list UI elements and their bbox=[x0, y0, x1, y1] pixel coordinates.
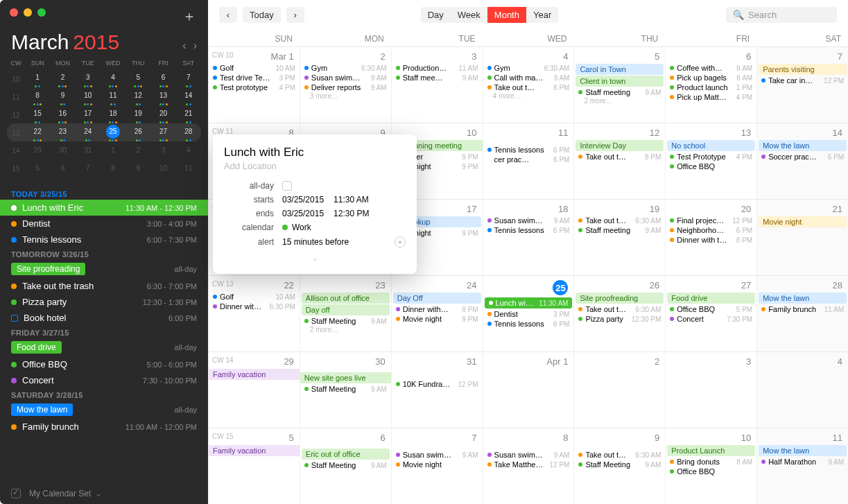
day-cell[interactable]: 23Allison out of officeDay offStaff Meet… bbox=[300, 276, 391, 351]
view-segmented: DayWeekMonthYear bbox=[421, 7, 559, 23]
agenda-item[interactable]: Family brunch11:00 AM - 12:00 PM bbox=[0, 419, 208, 435]
agenda-item[interactable]: Mow the lawnall-day bbox=[0, 401, 208, 419]
next-button[interactable]: › bbox=[286, 7, 304, 23]
window-controls bbox=[0, 0, 208, 25]
day-cell[interactable]: 2Gym6:30 AMSusan swim…9 AMDeliver report… bbox=[300, 47, 391, 123]
next-month-button[interactable]: › bbox=[193, 40, 197, 52]
sidebar-footer: My Calendar Set ⌄ bbox=[0, 483, 208, 504]
ends-label: ends bbox=[224, 209, 274, 218]
alert-label: alert bbox=[224, 237, 274, 247]
day-cell[interactable]: 20Final projec…12 PMNeighborho…6 PMDinne… bbox=[665, 200, 756, 275]
ends-date[interactable]: 03/25/2015 bbox=[282, 209, 324, 218]
agenda-item[interactable]: Lunch with Eric11:30 AM - 12:30 PM bbox=[0, 200, 208, 216]
add-event-button[interactable]: ＋ bbox=[180, 7, 198, 25]
day-cell[interactable]: 19Take out t…6:30 AMStaff meeting9 AM bbox=[573, 200, 665, 275]
agenda-item[interactable]: Food driveall-day bbox=[0, 338, 208, 356]
chevron-down-icon[interactable]: ⌄ bbox=[95, 489, 102, 498]
ends-time[interactable]: 12:30 PM bbox=[334, 209, 369, 218]
prev-month-button[interactable]: ‹ bbox=[182, 40, 186, 52]
popover-title[interactable]: Lunch with Eric bbox=[224, 146, 406, 159]
agenda-item[interactable]: Tennis lessons6:00 - 7:30 PM bbox=[0, 232, 208, 247]
day-cell[interactable]: 3Production…11 AMStaff mee…9 AM bbox=[391, 47, 483, 123]
month-grid[interactable]: CW 10Mar 1Golf10 AMTest drive Te…3 PMTes… bbox=[208, 46, 848, 504]
agenda-list[interactable]: TODAY 3/25/15Lunch with Eric11:30 AM - 1… bbox=[0, 183, 208, 483]
day-cell[interactable]: 8Susan swim…9 AMTake Matthe…12 PM bbox=[483, 428, 574, 504]
event-popover[interactable]: Lunch with Eric Add Location all-day sta… bbox=[213, 134, 417, 274]
calendar-label: calendar bbox=[224, 223, 274, 232]
month-label: March bbox=[11, 31, 69, 53]
day-cell[interactable]: 28Mow the lawnFamily brunch11 AM bbox=[756, 276, 848, 351]
alert-value[interactable]: 15 minutes before bbox=[282, 237, 349, 247]
view-month[interactable]: Month bbox=[487, 7, 526, 23]
starts-time[interactable]: 11:30 AM bbox=[334, 195, 369, 205]
popover-location[interactable]: Add Location bbox=[224, 161, 406, 171]
month-header: March2015 ‹› bbox=[0, 25, 208, 57]
calendar-color-icon bbox=[282, 225, 288, 230]
day-cell[interactable]: 2 bbox=[573, 352, 665, 428]
view-week[interactable]: Week bbox=[451, 7, 487, 23]
search-placeholder: Search bbox=[748, 10, 777, 20]
agenda-item[interactable]: Book hotel6:00 PM bbox=[0, 310, 208, 326]
add-alert-button[interactable]: + bbox=[395, 236, 406, 247]
agenda-item[interactable]: Dentist3:00 - 4:00 PM bbox=[0, 216, 208, 232]
agenda-item[interactable]: Concert7:30 - 10:00 PM bbox=[0, 372, 208, 388]
expand-icon[interactable]: ⌄ bbox=[224, 253, 406, 263]
zoom-icon[interactable] bbox=[37, 8, 46, 17]
day-cell[interactable]: 10Product LaunchBring donuts8 AMOffice B… bbox=[665, 428, 756, 504]
weekday-header: SUNMONTUEWEDTHUFRISAT bbox=[208, 30, 848, 46]
agenda-item[interactable]: Take out the trash6:30 - 7:00 PM bbox=[0, 278, 208, 294]
day-cell[interactable]: 30New site goes liveStaff Meeting9 AM bbox=[300, 352, 391, 428]
allday-label: all-day bbox=[224, 181, 274, 191]
agenda-item[interactable]: Office BBQ5:00 - 6:00 PM bbox=[0, 356, 208, 372]
day-cell[interactable]: 5Family vacation bbox=[208, 428, 300, 504]
toolbar: ‹ Today › DayWeekMonthYear 🔍 Search bbox=[208, 0, 848, 30]
day-cell[interactable]: 11Mow the lawnHalf Marathon9 AM bbox=[756, 428, 848, 504]
search-icon: 🔍 bbox=[733, 10, 744, 20]
calendar-value[interactable]: Work bbox=[292, 223, 311, 232]
day-cell[interactable]: 21Movie night bbox=[756, 200, 848, 275]
day-cell[interactable]: 3 bbox=[665, 352, 756, 428]
minimize-icon[interactable] bbox=[24, 8, 32, 17]
day-cell[interactable]: 4Gym6:30 AMCall with ma…9 AMTake out t…8… bbox=[483, 47, 574, 123]
sidebar: ＋ March2015 ‹› CWSUNMONTUEWEDTHUFRISAT 1… bbox=[0, 0, 208, 504]
day-cell[interactable]: 25Lunch wi…11:30 AMDentist3 PMTennis les… bbox=[483, 276, 574, 351]
day-cell[interactable]: 22Golf10 AMDinner wit…6:30 PM bbox=[208, 276, 300, 351]
day-cell[interactable]: 11Tennis lessons6 PMcer prac…6 PM bbox=[483, 123, 574, 199]
day-cell[interactable]: 7Susan swim…9 AMMovie night bbox=[391, 428, 483, 504]
starts-label: starts bbox=[224, 195, 274, 205]
mini-calendar[interactable]: CWSUNMONTUEWEDTHUFRISAT 1012345671189101… bbox=[0, 57, 208, 183]
day-cell[interactable]: Apr 1 bbox=[483, 352, 574, 428]
agenda-item[interactable]: Pizza party12:30 - 1:30 PM bbox=[0, 294, 208, 310]
starts-date[interactable]: 03/25/2015 bbox=[282, 195, 324, 205]
day-cell[interactable]: 7Parents visitingTake car in…12 PM bbox=[756, 47, 848, 123]
day-cell[interactable]: 24Day OffDinner with…8 PMMovie night9 PM bbox=[391, 276, 483, 351]
day-cell[interactable]: 3110K Fundra…12 PM bbox=[391, 352, 483, 428]
search-input[interactable]: 🔍 Search bbox=[726, 7, 837, 23]
day-cell[interactable]: Mar 1Golf10 AMTest drive Te…3 PMTest pro… bbox=[208, 47, 300, 123]
close-icon[interactable] bbox=[10, 8, 18, 17]
day-cell[interactable]: 9Take out t…6:30 AMStaff Meeting9 AM bbox=[573, 428, 665, 504]
agenda-item[interactable]: Site proofreadingall-day bbox=[0, 260, 208, 278]
day-cell[interactable]: 29Family vacation bbox=[208, 352, 300, 428]
today-button[interactable]: Today bbox=[243, 7, 281, 23]
day-cell[interactable]: 14Mow the lawnSoccer prac…6 PM bbox=[756, 123, 848, 199]
view-day[interactable]: Day bbox=[421, 7, 451, 23]
allday-checkbox[interactable] bbox=[282, 181, 292, 191]
day-cell[interactable]: 27Food driveOffice BBQ5 PMConcert7:30 PM bbox=[665, 276, 756, 351]
view-year[interactable]: Year bbox=[526, 7, 558, 23]
day-cell[interactable]: 4 bbox=[756, 352, 848, 428]
calendar-set-label[interactable]: My Calendar Set bbox=[29, 489, 91, 498]
day-cell[interactable]: 6Coffee with…8 AMPick up bagels8 AMProdu… bbox=[665, 47, 756, 123]
day-cell[interactable]: 13No schoolTest Prototype4 PMOffice BBQ bbox=[665, 123, 756, 199]
day-cell[interactable]: 6Eric out of officeStaff Meeting9 AM bbox=[300, 428, 391, 504]
year-label: 2015 bbox=[73, 31, 119, 53]
day-cell[interactable]: 12Interview DayTake out t…8 PM bbox=[573, 123, 665, 199]
day-cell[interactable]: 5Carol in TownClient in townStaff meetin… bbox=[573, 47, 665, 123]
day-cell[interactable]: 26Site proofreadingTake out t…6:30 AMPiz… bbox=[573, 276, 665, 351]
prev-button[interactable]: ‹ bbox=[219, 7, 237, 23]
day-cell[interactable]: 18Susan swim…9 AMTennis lessons6 PM bbox=[483, 200, 574, 275]
checkbox-icon[interactable] bbox=[11, 489, 21, 498]
